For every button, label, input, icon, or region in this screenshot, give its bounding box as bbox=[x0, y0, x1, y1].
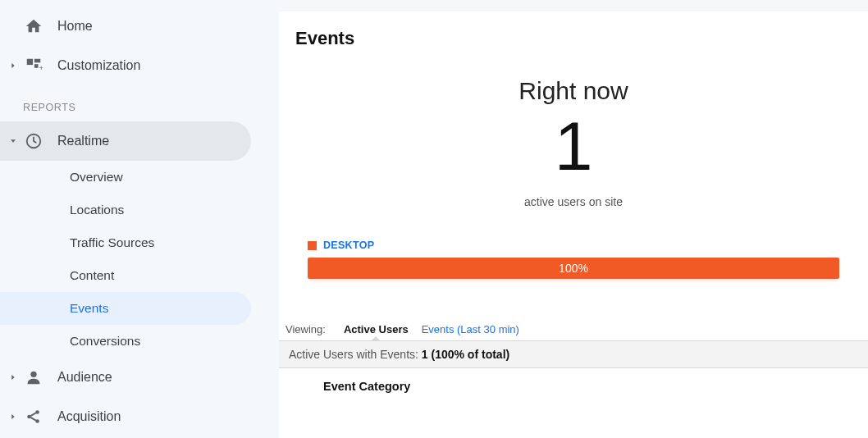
subnav-events[interactable]: Events bbox=[0, 292, 251, 325]
summary-prefix: Active Users with Events: bbox=[289, 348, 422, 361]
chevron-right-icon bbox=[5, 413, 21, 421]
share-icon bbox=[21, 408, 57, 426]
tab-active-users[interactable]: Active Users bbox=[337, 323, 415, 340]
svg-rect-2 bbox=[34, 64, 39, 68]
nav-customization-label: Customization bbox=[57, 58, 279, 73]
nav-audience-label: Audience bbox=[57, 370, 279, 385]
right-now-label: Right now bbox=[279, 77, 868, 105]
platform-bar: 100% bbox=[308, 258, 839, 279]
sidebar: Home + Customization REPORTS Realtime Ov… bbox=[0, 0, 279, 438]
tab-events-last-30[interactable]: Events (Last 30 min) bbox=[415, 323, 526, 340]
chevron-down-icon bbox=[5, 137, 21, 145]
dashboard-icon: + bbox=[21, 57, 57, 75]
summary-row: Active Users with Events: 1 (100% of tot… bbox=[279, 341, 868, 368]
subnav-label: Overview bbox=[70, 170, 123, 185]
main-content: Events Right now 1 active users on site … bbox=[279, 11, 868, 438]
summary-value: 1 (100% of total) bbox=[422, 348, 509, 361]
chevron-right-icon bbox=[5, 373, 21, 381]
home-icon bbox=[21, 17, 57, 35]
platform-breakdown: DESKTOP 100% bbox=[308, 240, 839, 279]
table-header-event-category: Event Category bbox=[279, 368, 868, 399]
svg-rect-1 bbox=[34, 59, 40, 63]
chevron-right-icon bbox=[5, 62, 21, 70]
clock-icon bbox=[21, 132, 57, 150]
platform-swatch-icon bbox=[308, 241, 317, 250]
nav-audience[interactable]: Audience bbox=[0, 358, 279, 397]
platform-legend: DESKTOP bbox=[308, 240, 839, 251]
page-title: Events bbox=[279, 11, 868, 49]
subnav-overview[interactable]: Overview bbox=[0, 161, 279, 194]
subnav-label: Conversions bbox=[70, 334, 140, 349]
nav-realtime[interactable]: Realtime bbox=[0, 121, 251, 161]
tab-label: Active Users bbox=[344, 323, 409, 335]
reports-section-label: REPORTS bbox=[0, 85, 279, 121]
viewing-tabs: Viewing: Active Users Events (Last 30 mi… bbox=[279, 318, 868, 341]
subnav-conversions[interactable]: Conversions bbox=[0, 325, 279, 358]
person-icon bbox=[21, 368, 57, 386]
nav-home-label: Home bbox=[57, 19, 279, 34]
subnav-label: Locations bbox=[70, 203, 124, 217]
tab-label: Events (Last 30 min) bbox=[422, 323, 519, 335]
active-user-count: 1 bbox=[279, 112, 868, 180]
subnav-label: Content bbox=[70, 268, 114, 283]
nav-home[interactable]: Home bbox=[0, 7, 279, 46]
subnav-content[interactable]: Content bbox=[0, 259, 279, 292]
platform-name: DESKTOP bbox=[323, 240, 374, 251]
platform-bar-value: 100% bbox=[559, 262, 588, 275]
nav-customization[interactable]: + Customization bbox=[0, 46, 279, 85]
nav-realtime-label: Realtime bbox=[57, 134, 251, 148]
svg-point-5 bbox=[30, 372, 36, 377]
active-user-subtext: active users on site bbox=[279, 195, 868, 208]
subnav-traffic-sources[interactable]: Traffic Sources bbox=[0, 226, 279, 259]
svg-rect-0 bbox=[27, 59, 33, 65]
viewing-label: Viewing: bbox=[286, 323, 326, 340]
subnav-locations[interactable]: Locations bbox=[0, 194, 279, 226]
nav-acquisition[interactable]: Acquisition bbox=[0, 397, 279, 436]
svg-text:+: + bbox=[39, 64, 43, 72]
right-now-panel: Right now 1 active users on site bbox=[279, 77, 868, 208]
subnav-label: Events bbox=[70, 301, 108, 316]
subnav-label: Traffic Sources bbox=[70, 235, 154, 250]
nav-acquisition-label: Acquisition bbox=[57, 409, 279, 424]
